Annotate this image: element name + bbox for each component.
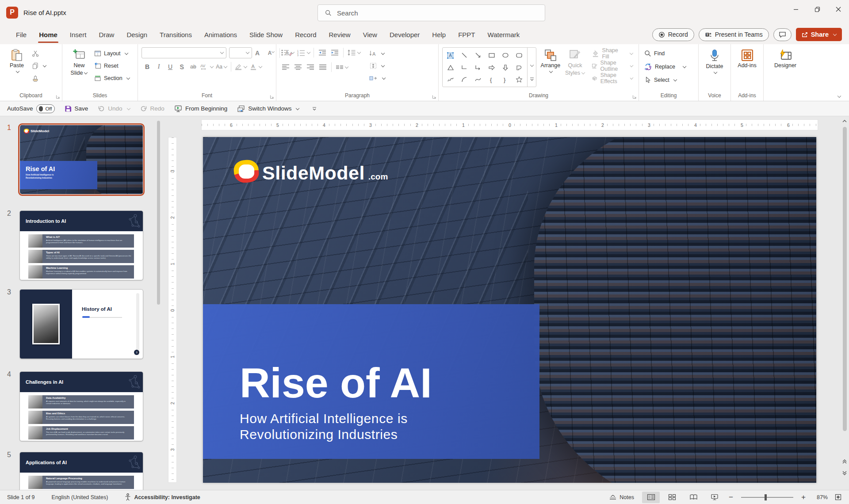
shape-arrow[interactable] — [471, 49, 485, 61]
shape-down-arrow[interactable] — [499, 61, 512, 73]
share-button[interactable]: Share — [796, 28, 842, 41]
slide-title[interactable]: Rise of AI — [240, 362, 539, 405]
numbering-button[interactable]: 123 — [296, 47, 311, 58]
dialog-launcher-icon[interactable] — [56, 95, 60, 99]
shape-arc[interactable] — [457, 73, 471, 85]
tab-review[interactable]: Review — [323, 25, 357, 44]
text-direction-button[interactable]: A — [367, 48, 387, 59]
save-button[interactable]: Save — [65, 105, 88, 112]
scroll-up-icon[interactable] — [842, 119, 847, 123]
dictate-button[interactable]: Dictate — [702, 47, 727, 90]
normal-view-button[interactable] — [642, 492, 660, 503]
restore-button[interactable] — [807, 0, 828, 19]
switch-windows-button[interactable]: Switch Windows — [237, 105, 299, 112]
replace-button[interactable]: bcReplace — [642, 61, 688, 72]
tab-help[interactable]: Help — [426, 25, 452, 44]
tab-draw[interactable]: Draw — [92, 25, 120, 44]
zoom-slider-thumb[interactable] — [765, 494, 767, 500]
minimize-button[interactable] — [785, 0, 807, 19]
undo-button[interactable]: Undo — [98, 105, 130, 112]
search-input[interactable]: Search — [317, 4, 545, 21]
shape-oval[interactable] — [499, 49, 512, 61]
reset-button[interactable]: Reset — [92, 61, 132, 71]
tab-transitions[interactable]: Transitions — [153, 25, 198, 44]
copy-button[interactable] — [30, 61, 48, 71]
layout-button[interactable]: Layout — [92, 48, 132, 59]
justify-button[interactable] — [317, 62, 329, 73]
language-status[interactable]: English (United States) — [52, 494, 108, 500]
autosave-switch[interactable]: Off — [36, 104, 55, 113]
shape-elbow-arrow-connector[interactable] — [471, 61, 485, 73]
shape-scribble[interactable] — [444, 73, 457, 85]
powerpoint-app-icon[interactable]: P — [6, 7, 18, 19]
shape-textbox[interactable]: A — [444, 49, 457, 61]
highlight-color-button[interactable] — [233, 61, 248, 72]
shape-rectangle[interactable] — [485, 49, 499, 61]
shape-curve[interactable] — [471, 73, 485, 85]
zoom-in-button[interactable]: + — [799, 493, 807, 502]
text-shadow-button[interactable]: S — [176, 61, 187, 72]
shape-line[interactable] — [457, 49, 471, 61]
cut-button[interactable] — [30, 48, 48, 59]
slidemodel-logo[interactable]: SlideModel.com — [234, 160, 388, 183]
shape-left-brace[interactable]: { — [485, 73, 499, 85]
decrease-indent-button[interactable] — [317, 47, 328, 58]
tab-file[interactable]: File — [10, 25, 33, 44]
shape-fill-button[interactable]: Shape Fill — [590, 48, 635, 59]
zoom-level[interactable]: 87% — [811, 494, 828, 500]
arrange-button[interactable]: Arrange — [540, 47, 561, 90]
previous-slide-button[interactable] — [842, 459, 847, 464]
slide-show-button[interactable] — [706, 492, 723, 503]
tab-insert[interactable]: Insert — [64, 25, 93, 44]
underline-button[interactable]: U — [164, 61, 176, 72]
align-center-button[interactable] — [292, 62, 304, 73]
new-slide-button[interactable]: New Slide — [66, 47, 92, 90]
tab-fppt[interactable]: FPPT — [452, 25, 481, 44]
shape-elbow-connector[interactable] — [457, 61, 471, 73]
shape-star[interactable] — [512, 73, 526, 85]
slide-thumbnail-5[interactable]: Applications of AI Natural Language Proc… — [19, 452, 143, 490]
convert-to-smartart-button[interactable] — [367, 73, 387, 84]
slide-counter[interactable]: Slide 1 of 9 — [7, 494, 35, 500]
record-button[interactable]: Record — [652, 28, 694, 41]
select-button[interactable]: Select — [642, 75, 688, 85]
shape-triangle[interactable] — [444, 61, 457, 73]
tab-home[interactable]: Home — [33, 25, 64, 44]
slide-sorter-view-button[interactable] — [663, 492, 681, 503]
line-spacing-button[interactable] — [346, 47, 361, 58]
slide-thumbnail-2[interactable]: Introduction to AI What is AI?Artificial… — [19, 210, 143, 280]
font-size-combo[interactable] — [229, 47, 252, 58]
columns-button[interactable] — [334, 62, 349, 73]
change-case-button[interactable]: Aa — [214, 61, 229, 72]
dialog-launcher-icon[interactable] — [432, 95, 436, 99]
fit-slide-to-window-button[interactable] — [831, 492, 845, 503]
slide-subtitle[interactable]: How Artificial Intelligence isRevolution… — [240, 411, 539, 442]
shapes-gallery[interactable]: A { } — [442, 47, 536, 87]
increase-font-size-button[interactable]: A — [253, 48, 264, 58]
align-left-button[interactable] — [280, 62, 291, 73]
addins-button[interactable]: Add-ins — [734, 47, 760, 90]
slide-thumbnail-1[interactable]: SlideModel Rise of AI How Artificial Int… — [19, 125, 143, 195]
scroll-down-icon[interactable] — [530, 63, 533, 67]
thumbnail-scrollbar[interactable] — [157, 121, 160, 305]
dialog-launcher-icon[interactable] — [632, 95, 637, 99]
slide-thumbnail-3[interactable]: History of AI 3 — [19, 289, 143, 359]
shapes-gallery-scrollbar[interactable] — [527, 48, 536, 87]
redo-button[interactable]: Redo — [140, 105, 164, 112]
strikethrough-button[interactable]: ab — [187, 61, 199, 72]
dialog-launcher-icon[interactable] — [270, 95, 274, 99]
tab-design[interactable]: Design — [120, 25, 153, 44]
slide-canvas[interactable]: SlideModel.com Rise of AI How Artificial… — [203, 137, 816, 483]
bold-button[interactable]: B — [142, 61, 153, 72]
zoom-slider[interactable] — [741, 497, 793, 498]
notes-button[interactable]: Notes — [604, 492, 639, 503]
shape-freeform[interactable] — [512, 61, 526, 73]
from-beginning-button[interactable]: From Beginning — [174, 105, 227, 112]
bullets-button[interactable] — [280, 47, 295, 58]
paste-button[interactable]: Paste — [4, 47, 30, 90]
align-right-button[interactable] — [305, 62, 316, 73]
tab-record[interactable]: Record — [289, 25, 322, 44]
vertical-scrollbar[interactable] — [843, 127, 847, 431]
quick-styles-button[interactable]: Quick Styles — [565, 47, 586, 90]
format-painter-button[interactable] — [30, 73, 48, 84]
